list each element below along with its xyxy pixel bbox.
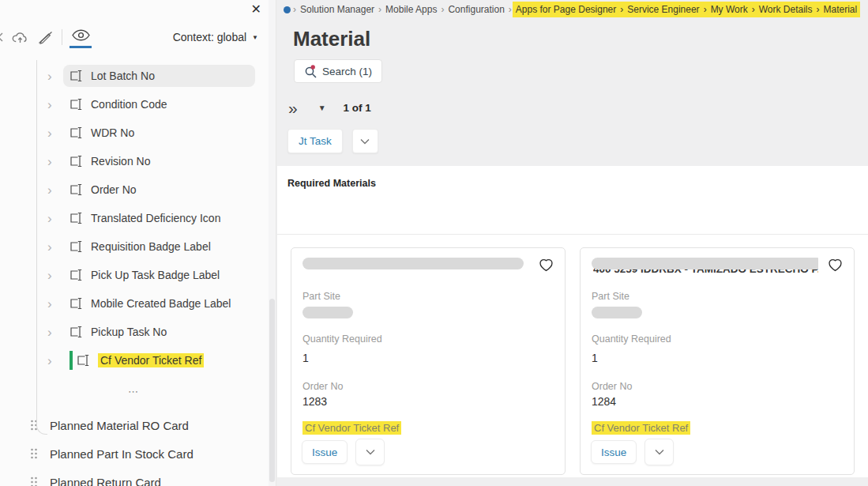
breadcrumb-item[interactable]: Apps for Page Designer	[513, 2, 619, 17]
tree-item[interactable]: ›Condition Code	[0, 90, 268, 119]
tree-item-body[interactable]: Order No	[63, 179, 255, 201]
tree-item[interactable]: ›Order No	[0, 175, 268, 204]
chevron-right-icon[interactable]: ›	[47, 326, 63, 339]
tree-item-body[interactable]: Requisition Badge Label	[63, 235, 255, 258]
tree-item[interactable]: ›Pick Up Task Badge Label	[0, 261, 268, 289]
chevron-right-icon[interactable]: ›	[47, 240, 63, 254]
quantity-required-value: 1	[592, 352, 843, 364]
tree-item-label: Requisition Badge Label	[91, 240, 211, 253]
tree-item-body[interactable]: Cf Vendor Ticket Ref	[63, 347, 255, 374]
tree-item-label: Pick Up Task Badge Label	[91, 269, 220, 281]
card-component-item[interactable]: Planned Material RO Card	[0, 411, 268, 439]
tree-item[interactable]: ›Cf Vendor Ticket Ref	[0, 346, 268, 375]
chevron-down-icon: ▼	[252, 34, 258, 41]
chevron-right-icon[interactable]: ›	[47, 155, 63, 168]
material-card[interactable]: 400 5259 IDDRBX - TAMIZADO ESTRECHO P...…	[580, 247, 855, 475]
record-navigation: » ▼ 1 of 1	[288, 100, 371, 116]
search-button[interactable]: Search (1)	[294, 59, 382, 83]
chevron-right-icon[interactable]: ›	[47, 70, 63, 83]
more-actions-button[interactable]	[352, 129, 378, 153]
page-title: Material	[293, 27, 370, 51]
favorite-heart-icon[interactable]	[539, 258, 554, 272]
chevron-right-icon[interactable]: ›	[47, 269, 63, 282]
breadcrumb-item[interactable]: Configuration	[445, 2, 507, 17]
cloud-upload-icon[interactable]	[12, 31, 28, 44]
more-actions-button[interactable]	[355, 439, 385, 465]
record-counter: 1 of 1	[344, 102, 371, 114]
tree-item-label: Pickup Task No	[91, 326, 167, 338]
tree-item[interactable]: ›WDR No	[0, 119, 268, 147]
tree-item-body[interactable]: WDR No	[63, 122, 255, 144]
card-component-label: Planned Return Card	[50, 476, 161, 486]
card-component-label: Planned Part In Stock Card	[50, 447, 194, 461]
tree-item-body[interactable]: Mobile Created Badge Label	[63, 292, 255, 315]
tree-item[interactable]: ›Revision No	[0, 147, 268, 175]
chevron-right-icon[interactable]: ›	[47, 297, 63, 311]
tree-item[interactable]: ›Requisition Badge Label	[0, 232, 268, 261]
tree-item[interactable]: ›Mobile Created Badge Label	[0, 289, 268, 318]
card-component-item[interactable]: Planned Part In Stock Card	[0, 439, 268, 468]
material-card[interactable]: Part Site Quantity Required 1 Order No 1…	[291, 247, 566, 475]
tree-item-body[interactable]: Pick Up Task Badge Label	[63, 264, 255, 286]
breadcrumb: ›Solution Manager›Mobile Apps›Configurat…	[277, 0, 868, 19]
breadcrumb-item[interactable]: My Work	[708, 2, 751, 17]
expand-double-chevron-icon[interactable]: »	[288, 100, 298, 116]
tree-item[interactable]: ›Translated Deficiency Icon	[0, 204, 268, 232]
quantity-required-value: 1	[302, 352, 554, 364]
issue-button[interactable]: Issue	[302, 440, 348, 464]
more-actions-button[interactable]	[644, 439, 674, 465]
tree-item[interactable]: ›Pickup Task No	[0, 318, 268, 346]
breadcrumb-item[interactable]: Material	[821, 2, 861, 17]
part-site-skeleton	[302, 307, 353, 318]
breadcrumb-item[interactable]: Work Details	[756, 2, 816, 17]
attribute-tree: ›Lot Batch No›Condition Code›WDR No›Revi…	[0, 62, 268, 486]
scrollbar-thumb[interactable]	[269, 299, 275, 482]
search-icon	[304, 65, 318, 78]
close-icon[interactable]: ✕	[249, 1, 264, 18]
jt-task-button[interactable]: Jt Task	[287, 129, 343, 153]
breadcrumb-item[interactable]: Service Engineer	[624, 2, 702, 17]
status-dot-icon	[284, 6, 291, 13]
tree-item-body[interactable]: Condition Code	[63, 93, 255, 115]
order-no-label: Order No	[302, 381, 554, 392]
designer-sidebar: ✕ Context: global ▼	[0, 0, 276, 486]
drag-handle-icon[interactable]	[30, 419, 38, 431]
card-title	[302, 258, 529, 273]
toolbar-divider	[62, 29, 62, 45]
chevron-right-icon[interactable]: ›	[47, 183, 63, 197]
breadcrumb-item[interactable]: Mobile Apps	[382, 2, 440, 17]
tree-item-label: Lot Batch No	[91, 70, 155, 82]
title-skeleton	[592, 258, 818, 269]
card-component-item[interactable]: Planned Return Card	[0, 468, 268, 486]
preview-tab[interactable]	[69, 28, 93, 47]
card-component-label: Planned Material RO Card	[50, 419, 189, 432]
favorite-heart-icon[interactable]	[828, 258, 843, 272]
issue-button[interactable]: Issue	[591, 440, 637, 464]
tree-item-body[interactable]: Revision No	[63, 150, 255, 172]
chevron-right-icon[interactable]: ›	[47, 126, 63, 140]
drag-handle-icon[interactable]	[30, 447, 38, 460]
context-dropdown[interactable]: Context: global ▼	[173, 31, 258, 43]
chevron-right-icon[interactable]: ›	[47, 98, 63, 111]
tree-more-button[interactable]: ⋯	[0, 379, 268, 403]
tree-item-body[interactable]: Lot Batch No	[63, 65, 255, 87]
tree-item-body[interactable]: Pickup Task No	[63, 321, 255, 343]
text-field-icon	[70, 98, 83, 111]
list-dropdown-icon[interactable]: ▼	[318, 104, 326, 112]
cf-vendor-ticket-ref-field: Cf Vendor Ticket Ref	[302, 421, 401, 435]
tree-item-body[interactable]: Translated Deficiency Icon	[63, 207, 255, 229]
chevron-down-icon	[366, 449, 375, 455]
sidebar-scrollbar[interactable]	[269, 0, 276, 486]
text-field-icon	[77, 354, 90, 367]
edit-disabled-icon[interactable]	[37, 30, 54, 44]
card-title: 400 5259 IDDRBX - TAMIZADO ESTRECHO P...	[592, 258, 818, 273]
drag-handle-icon[interactable]	[30, 476, 38, 486]
chevron-right-icon[interactable]: ›	[47, 354, 63, 367]
chevron-right-icon[interactable]: ›	[47, 212, 63, 225]
chevron-down-icon	[360, 138, 370, 145]
breadcrumb-item[interactable]: Solution Manager	[297, 2, 378, 17]
text-field-icon	[70, 126, 83, 139]
text-field-icon	[70, 326, 83, 338]
chevron-down-icon	[655, 449, 664, 455]
tree-item[interactable]: ›Lot Batch No	[0, 62, 268, 90]
